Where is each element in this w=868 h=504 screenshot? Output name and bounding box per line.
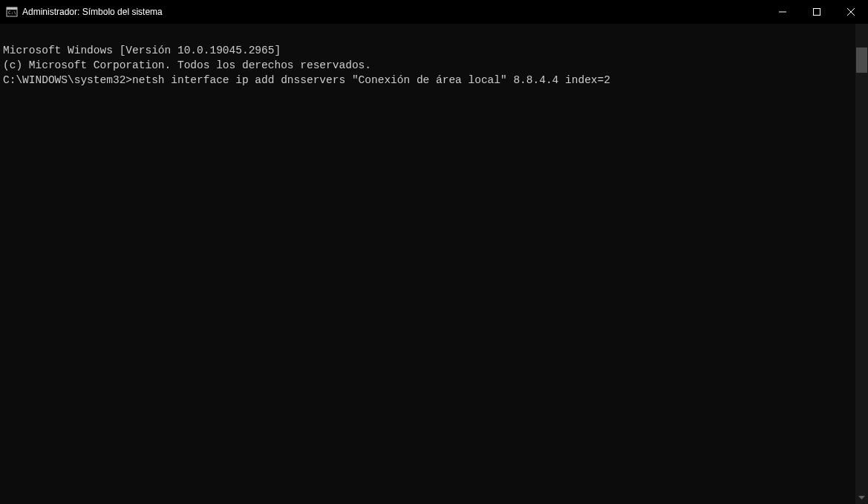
version-line: Microsoft Windows [Versión 10.0.19045.29… bbox=[3, 45, 281, 56]
window-titlebar[interactable]: C:\ Administrador: Símbolo del sistema bbox=[0, 0, 868, 24]
svg-rect-4 bbox=[814, 9, 820, 16]
copyright-line: (c) Microsoft Corporation. Todos los der… bbox=[3, 59, 371, 71]
titlebar-left: C:\ Administrador: Símbolo del sistema bbox=[6, 6, 163, 18]
svg-text:C:\: C:\ bbox=[8, 10, 16, 15]
terminal-output[interactable]: Microsoft Windows [Versión 10.0.19045.29… bbox=[0, 24, 855, 504]
cmd-icon: C:\ bbox=[6, 6, 18, 18]
scrollbar-thumb[interactable] bbox=[856, 48, 867, 73]
command-input[interactable]: netsh interface ip add dnsservers "Conex… bbox=[132, 74, 610, 86]
maximize-button[interactable] bbox=[800, 0, 834, 24]
terminal-wrapper: Microsoft Windows [Versión 10.0.19045.29… bbox=[0, 24, 868, 504]
vertical-scrollbar[interactable] bbox=[855, 24, 868, 504]
window-title: Administrador: Símbolo del sistema bbox=[22, 7, 163, 17]
minimize-button[interactable] bbox=[766, 0, 800, 24]
close-button[interactable] bbox=[834, 0, 868, 24]
window-controls bbox=[766, 0, 868, 24]
prompt: C:\WINDOWS\system32> bbox=[3, 74, 132, 86]
scrollbar-down-arrow-icon[interactable] bbox=[855, 491, 868, 504]
